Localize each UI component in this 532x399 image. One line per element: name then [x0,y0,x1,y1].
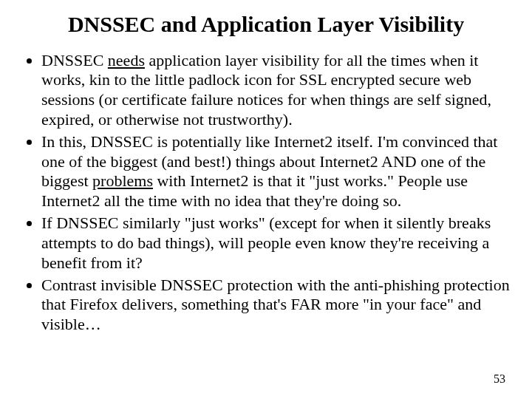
slide: DNSSEC and Application Layer Visibility … [0,0,532,399]
slide-title: DNSSEC and Application Layer Visibility [22,12,510,38]
list-item: If DNSSEC similarly "just works" (except… [41,214,510,273]
underlined-text: problems [92,171,153,190]
page-number: 53 [494,372,505,386]
bullet-text: If DNSSEC similarly "just works" (except… [41,214,491,272]
underlined-text: needs [108,51,145,69]
bullet-list: DNSSEC needs application layer visibilit… [22,51,510,335]
list-item: In this, DNSSEC is potentially like Inte… [41,132,510,211]
bullet-text: Contrast invisible DNSSEC protection wit… [41,276,510,334]
bullet-text: DNSSEC [41,51,108,69]
list-item: Contrast invisible DNSSEC protection wit… [41,276,510,335]
list-item: DNSSEC needs application layer visibilit… [41,51,510,130]
